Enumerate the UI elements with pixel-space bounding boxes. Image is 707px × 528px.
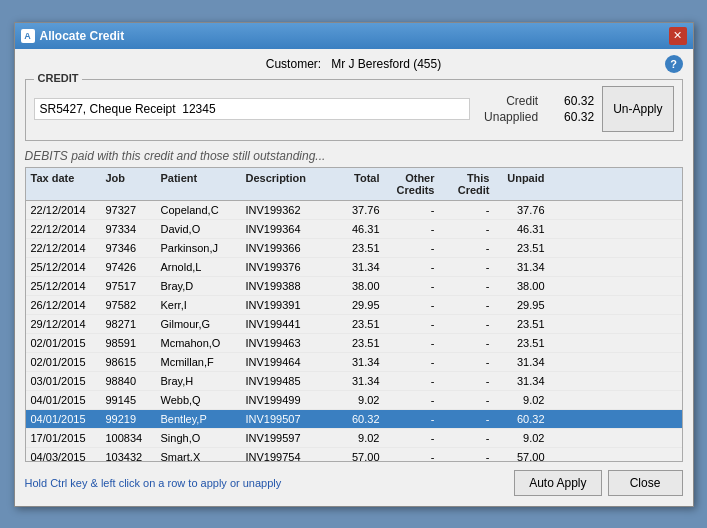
cell-total: 60.32 [328,412,383,426]
cell-job: 97517 [103,279,158,293]
cell-other-credits: - [383,298,438,312]
cell-job: 98840 [103,374,158,388]
cell-tax-date: 02/01/2015 [28,355,103,369]
help-button[interactable]: ? [665,55,683,73]
cell-patient: David,O [158,222,243,236]
table-row[interactable]: 04/01/2015 99145 Webb,Q INV199499 9.02 -… [26,391,682,410]
table-row[interactable]: 26/12/2014 97582 Kerr,I INV199391 29.95 … [26,296,682,315]
cell-other-credits: - [383,393,438,407]
cell-tax-date: 03/01/2015 [28,374,103,388]
cell-description: INV199376 [243,260,328,274]
cell-this-credit: - [438,317,493,331]
cell-job: 99145 [103,393,158,407]
cell-tax-date: 04/01/2015 [28,393,103,407]
cell-total: 23.51 [328,317,383,331]
unapplied-label: Unapplied [478,110,538,124]
unapplied-amount-row: Unapplied 60.32 [478,110,594,124]
cell-total: 31.34 [328,260,383,274]
cell-this-credit: - [438,355,493,369]
table-row[interactable]: 25/12/2014 97426 Arnold,L INV199376 31.3… [26,258,682,277]
cell-unpaid: 31.34 [493,260,548,274]
col-description: Description [243,171,328,197]
cell-tax-date: 25/12/2014 [28,279,103,293]
cell-this-credit: - [438,241,493,255]
table-row[interactable]: 04/01/2015 99219 Bentley,P INV199507 60.… [26,410,682,429]
credit-value: 60.32 [544,94,594,108]
cell-total: 38.00 [328,279,383,293]
cell-this-credit: - [438,222,493,236]
table-row[interactable]: 02/01/2015 98615 Mcmillan,F INV199464 31… [26,353,682,372]
cell-tax-date: 04/01/2015 [28,412,103,426]
window-title: Allocate Credit [40,29,125,43]
close-icon[interactable]: ✕ [669,27,687,45]
cell-this-credit: - [438,336,493,350]
cell-job: 103432 [103,450,158,461]
customer-value: Mr J Beresford (455) [331,57,441,71]
auto-apply-button[interactable]: Auto Apply [514,470,601,496]
cell-patient: Kerr,I [158,298,243,312]
cell-this-credit: - [438,374,493,388]
table-row[interactable]: 22/12/2014 97334 David,O INV199364 46.31… [26,220,682,239]
cell-total: 31.34 [328,355,383,369]
cell-unpaid: 37.76 [493,203,548,217]
customer-row: Customer: Mr J Beresford (455) ? [25,57,683,71]
cell-tax-date: 26/12/2014 [28,298,103,312]
col-tax-date: Tax date [28,171,103,197]
cell-patient: Arnold,L [158,260,243,274]
cell-description: INV199464 [243,355,328,369]
cell-job: 99219 [103,412,158,426]
cell-this-credit: - [438,431,493,445]
cell-description: INV199463 [243,336,328,350]
cell-unpaid: 9.02 [493,431,548,445]
cell-patient: Parkinson,J [158,241,243,255]
cell-unpaid: 23.51 [493,241,548,255]
cell-tax-date: 02/01/2015 [28,336,103,350]
credit-description-input[interactable] [34,98,471,120]
table-row[interactable]: 17/01/2015 100834 Singh,O INV199597 9.02… [26,429,682,448]
cell-patient: Singh,O [158,431,243,445]
cell-patient: Bray,H [158,374,243,388]
cell-other-credits: - [383,279,438,293]
cell-this-credit: - [438,203,493,217]
cell-unpaid: 46.31 [493,222,548,236]
cell-description: INV199391 [243,298,328,312]
table-row[interactable]: 22/12/2014 97346 Parkinson,J INV199366 2… [26,239,682,258]
cell-tax-date: 25/12/2014 [28,260,103,274]
table-row[interactable]: 02/01/2015 98591 Mcmahon,O INV199463 23.… [26,334,682,353]
cell-other-credits: - [383,317,438,331]
cell-description: INV199485 [243,374,328,388]
cell-patient: Mcmillan,F [158,355,243,369]
cell-patient: Webb,Q [158,393,243,407]
window-body: Customer: Mr J Beresford (455) ? CREDIT … [15,49,693,506]
cell-job: 97426 [103,260,158,274]
cell-patient: Copeland,C [158,203,243,217]
cell-description: INV199499 [243,393,328,407]
cell-other-credits: - [383,203,438,217]
cell-total: 31.34 [328,374,383,388]
footer-buttons: Auto Apply Close [514,470,682,496]
cell-other-credits: - [383,241,438,255]
credit-amount-row: Credit 60.32 [478,94,594,108]
cell-this-credit: - [438,393,493,407]
table-row[interactable]: 04/03/2015 103432 Smart,X INV199754 57.0… [26,448,682,461]
cell-total: 57.00 [328,450,383,461]
cell-tax-date: 22/12/2014 [28,241,103,255]
table-row[interactable]: 25/12/2014 97517 Bray,D INV199388 38.00 … [26,277,682,296]
table-row[interactable]: 22/12/2014 97327 Copeland,C INV199362 37… [26,201,682,220]
credit-amounts: Credit 60.32 Unapplied 60.32 [478,94,594,124]
credit-group-label: CREDIT [34,72,83,84]
col-patient: Patient [158,171,243,197]
cell-job: 97334 [103,222,158,236]
cell-description: INV199754 [243,450,328,461]
credit-group: CREDIT Credit 60.32 Unapplied 60.32 Un-A… [25,79,683,141]
table-row[interactable]: 29/12/2014 98271 Gilmour,G INV199441 23.… [26,315,682,334]
cell-total: 37.76 [328,203,383,217]
cell-tax-date: 17/01/2015 [28,431,103,445]
cell-other-credits: - [383,412,438,426]
cell-job: 97346 [103,241,158,255]
unapply-button[interactable]: Un-Apply [602,86,673,132]
cell-description: INV199362 [243,203,328,217]
close-button[interactable]: Close [608,470,683,496]
table-row[interactable]: 03/01/2015 98840 Bray,H INV199485 31.34 … [26,372,682,391]
credit-label: Credit [478,94,538,108]
